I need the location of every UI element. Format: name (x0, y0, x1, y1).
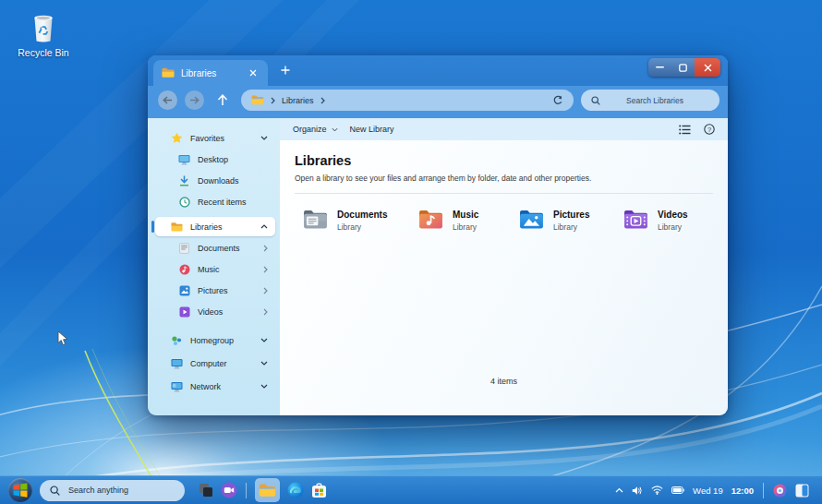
sidebar-item-music[interactable]: Music (148, 258, 280, 280)
star-icon (171, 132, 183, 144)
chevron-right-icon[interactable] (263, 308, 268, 316)
taskbar-search[interactable]: Search anything (40, 480, 185, 501)
help-icon[interactable]: ? (704, 124, 715, 135)
documents-library-icon (303, 209, 328, 229)
taskbar: Search anything (0, 475, 822, 504)
folder-icon (251, 95, 264, 105)
tab-title: Libraries (181, 68, 240, 78)
copilot-icon[interactable] (773, 484, 787, 498)
taskbar-search-placeholder: Search anything (68, 486, 128, 495)
minimize-button[interactable] (648, 58, 671, 77)
meet-now-button[interactable] (221, 482, 237, 498)
sidebar-item-homegroup[interactable]: Homegroup (148, 330, 280, 351)
search-box[interactable]: Search Libraries (581, 90, 719, 111)
back-button[interactable] (158, 90, 177, 110)
battery-icon[interactable] (671, 486, 684, 494)
organize-menu[interactable]: Organize (293, 125, 338, 134)
windows-logo-icon (13, 483, 28, 498)
computer-icon (171, 357, 183, 369)
library-item-documents[interactable]: DocumentsLibrary (303, 209, 418, 232)
chevron-down-icon[interactable] (260, 384, 268, 389)
new-library-button[interactable]: New Library (350, 125, 394, 134)
close-button[interactable] (695, 58, 720, 77)
sidebar-item-pictures[interactable]: Pictures (148, 280, 280, 301)
edge-taskbar-button[interactable] (287, 482, 304, 498)
window-body: Favorites Desktop Downloads Recent items… (148, 118, 728, 415)
sidebar-item-favorites[interactable]: Favorites (148, 127, 280, 149)
pictures-icon (178, 284, 190, 296)
maximize-button[interactable] (671, 58, 695, 77)
document-icon (178, 242, 190, 254)
recycle-bin-label: Recycle Bin (11, 47, 76, 58)
breadcrumb-item[interactable]: Libraries (282, 96, 314, 105)
status-items-count: 4 items (280, 377, 728, 386)
download-icon (178, 174, 190, 186)
chevron-right-icon[interactable] (263, 266, 268, 273)
widgets-icon[interactable] (795, 484, 809, 498)
divider (295, 193, 713, 194)
library-items: DocumentsLibrary MusicLibrary (295, 209, 713, 232)
breadcrumb-bar[interactable]: Libraries (241, 90, 574, 111)
file-explorer-taskbar-button[interactable] (255, 478, 280, 502)
sidebar: Favorites Desktop Downloads Recent items… (148, 118, 280, 415)
chevron-up-icon[interactable] (260, 224, 268, 229)
recent-clock-icon (178, 196, 190, 208)
chevron-down-icon (332, 127, 338, 132)
videos-library-icon (623, 209, 648, 229)
details-view-icon[interactable] (679, 125, 691, 135)
task-view-button[interactable] (199, 483, 213, 498)
page-description: Open a library to see your files and arr… (295, 174, 713, 183)
sidebar-item-desktop[interactable]: Desktop (148, 149, 280, 170)
libraries-folder-icon (171, 221, 183, 233)
taskbar-time[interactable]: 12:00 (731, 486, 754, 496)
recycle-bin-icon[interactable]: Recycle Bin (11, 12, 76, 58)
library-item-videos[interactable]: VideosLibrary (623, 209, 688, 232)
file-explorer-icon (259, 484, 276, 498)
chevron-down-icon[interactable] (260, 361, 268, 366)
sidebar-item-computer[interactable]: Computer (148, 353, 280, 374)
pictures-library-icon (519, 209, 544, 229)
start-button[interactable] (8, 478, 32, 502)
store-taskbar-button[interactable] (311, 483, 327, 498)
music-library-icon (418, 209, 443, 229)
refresh-icon[interactable] (552, 95, 563, 106)
sidebar-item-documents[interactable]: Documents (148, 237, 280, 258)
library-item-pictures[interactable]: PicturesLibrary (519, 209, 623, 232)
network-icon (171, 380, 183, 392)
sidebar-item-libraries[interactable]: Libraries (148, 216, 280, 237)
chevron-right-icon (271, 97, 275, 104)
system-tray: Wed 19 12:00 (615, 483, 809, 498)
chevron-right-icon[interactable] (263, 245, 268, 252)
tab-close-icon[interactable] (247, 66, 260, 79)
page-title: Libraries (295, 153, 713, 168)
chevron-right-icon[interactable] (263, 287, 268, 294)
new-tab-button[interactable] (275, 60, 296, 80)
explorer-window: Libraries (148, 55, 728, 415)
chevron-down-icon[interactable] (260, 136, 268, 140)
forward-button[interactable] (185, 90, 204, 110)
chevron-down-icon[interactable] (260, 338, 268, 342)
up-button[interactable] (213, 91, 232, 110)
desktop-icon (178, 153, 190, 165)
sidebar-item-network[interactable]: Network (148, 376, 280, 397)
chevron-right-icon (320, 97, 325, 104)
sidebar-item-videos[interactable]: Videos (148, 301, 280, 322)
library-item-music[interactable]: MusicLibrary (418, 209, 519, 232)
sidebar-item-downloads[interactable]: Downloads (148, 170, 280, 191)
mouse-cursor (57, 330, 68, 346)
svg-text:?: ? (707, 126, 711, 134)
main-panel: Organize New Library ? (280, 118, 728, 415)
taskbar-date[interactable]: Wed 19 (693, 486, 723, 496)
folder-icon (162, 67, 175, 78)
recycle-bin-glyph (30, 12, 56, 43)
search-icon (591, 96, 600, 105)
homegroup-icon (171, 334, 183, 346)
wifi-icon[interactable] (651, 486, 663, 495)
tab-libraries[interactable]: Libraries (153, 60, 268, 86)
videos-icon (178, 306, 190, 318)
tray-expand-icon[interactable] (615, 487, 623, 493)
volume-icon[interactable] (632, 486, 643, 496)
tab-bar: Libraries (148, 55, 728, 86)
sidebar-item-recent-items[interactable]: Recent items (148, 191, 280, 212)
window-controls (648, 58, 720, 77)
